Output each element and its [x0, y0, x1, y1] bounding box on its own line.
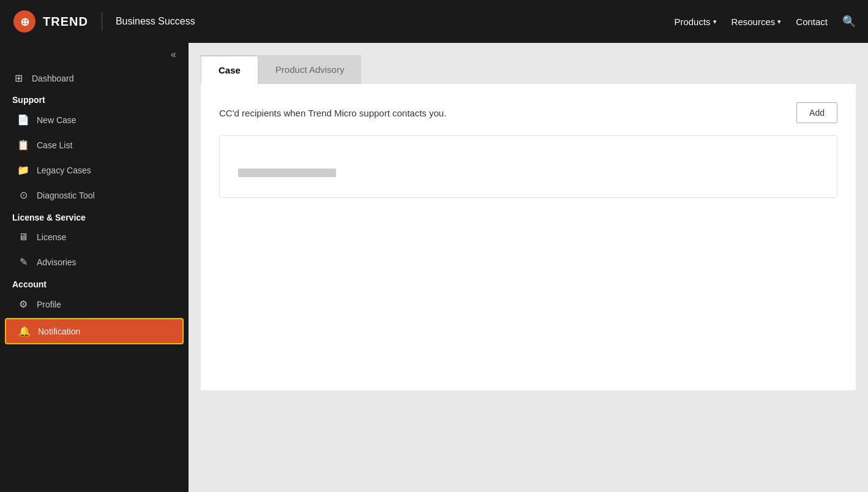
logo-divider [102, 12, 102, 31]
logo-area: ⊕ TREND Business Success [12, 9, 195, 34]
content-panel: CC'd recipients when Trend Micro support… [201, 84, 856, 390]
brand-wordmark: TREND [43, 15, 88, 29]
sidebar-item-dashboard[interactable]: ⊞ Dashboard [0, 66, 189, 90]
sidebar-item-new-case[interactable]: 📄 New Case [5, 108, 184, 132]
new-case-label: New Case [37, 115, 77, 125]
list-item [238, 148, 825, 159]
case-list-icon: 📋 [17, 139, 29, 151]
main-layout: « ⊞ Dashboard Support 📄 New Case 📋 Case … [0, 43, 868, 492]
sidebar-collapse-button[interactable]: « [0, 49, 189, 66]
diagnostic-tool-label: Diagnostic Tool [37, 191, 95, 200]
top-navigation: ⊕ TREND Business Success Products ▾ Reso… [0, 0, 868, 43]
sidebar-section-license: License & Service [0, 208, 189, 225]
notification-label: Notification [38, 327, 80, 336]
brand-subtitle: Business Success [116, 16, 195, 27]
new-case-icon: 📄 [17, 114, 29, 126]
search-icon[interactable]: 🔍 [842, 15, 856, 28]
trend-micro-logo-icon: ⊕ [12, 9, 37, 34]
resources-chevron-icon: ▾ [777, 18, 781, 26]
sidebar-item-profile[interactable]: ⚙ Profile [5, 292, 184, 316]
products-label: Products [674, 17, 710, 27]
case-list-label: Case List [37, 140, 72, 150]
legacy-cases-label: Legacy Cases [37, 165, 91, 175]
license-icon: 🖥 [17, 232, 29, 243]
tab-product-advisory[interactable]: Product Advisory [258, 55, 362, 84]
top-nav-links: Products ▾ Resources ▾ Contact 🔍 [674, 15, 856, 28]
tabs-container: Case Product Advisory [201, 55, 856, 84]
sidebar: « ⊞ Dashboard Support 📄 New Case 📋 Case … [0, 43, 189, 492]
cc-recipients-list [219, 135, 837, 198]
notification-icon: 🔔 [18, 325, 31, 337]
products-nav-item[interactable]: Products ▾ [674, 17, 716, 27]
advisories-label: Advisories [37, 257, 77, 267]
contact-nav-item[interactable]: Contact [796, 17, 828, 27]
license-label: License [37, 232, 66, 242]
sidebar-item-notification[interactable]: 🔔 Notification [5, 318, 184, 344]
tab-case[interactable]: Case [201, 55, 258, 84]
profile-icon: ⚙ [17, 298, 29, 310]
list-item [238, 167, 825, 178]
contact-label: Contact [796, 17, 828, 27]
profile-label: Profile [37, 300, 61, 309]
recipients-ul [238, 148, 825, 178]
sidebar-section-support: Support [0, 90, 189, 107]
dashboard-icon: ⊞ [12, 72, 24, 84]
sidebar-item-license[interactable]: 🖥 License [5, 225, 184, 249]
legacy-cases-icon: 📁 [17, 164, 29, 176]
advisories-icon: ✎ [17, 256, 29, 268]
cc-description-text: CC'd recipients when Trend Micro support… [219, 108, 446, 118]
sidebar-item-diagnostic-tool[interactable]: ⊙ Diagnostic Tool [5, 183, 184, 207]
cc-description-row: CC'd recipients when Trend Micro support… [219, 102, 837, 123]
svg-text:⊕: ⊕ [20, 16, 29, 28]
sidebar-item-case-list[interactable]: 📋 Case List [5, 133, 184, 157]
resources-label: Resources [731, 17, 776, 27]
products-chevron-icon: ▾ [713, 18, 717, 26]
add-button[interactable]: Add [796, 102, 837, 123]
resources-nav-item[interactable]: Resources ▾ [731, 17, 782, 27]
dashboard-label: Dashboard [32, 74, 74, 83]
sidebar-item-legacy-cases[interactable]: 📁 Legacy Cases [5, 158, 184, 182]
sidebar-section-account: Account [0, 274, 189, 292]
sidebar-item-advisories[interactable]: ✎ Advisories [5, 250, 184, 274]
content-area: Case Product Advisory CC'd recipients wh… [189, 43, 868, 492]
diagnostic-tool-icon: ⊙ [17, 189, 29, 201]
redacted-email [238, 168, 336, 177]
